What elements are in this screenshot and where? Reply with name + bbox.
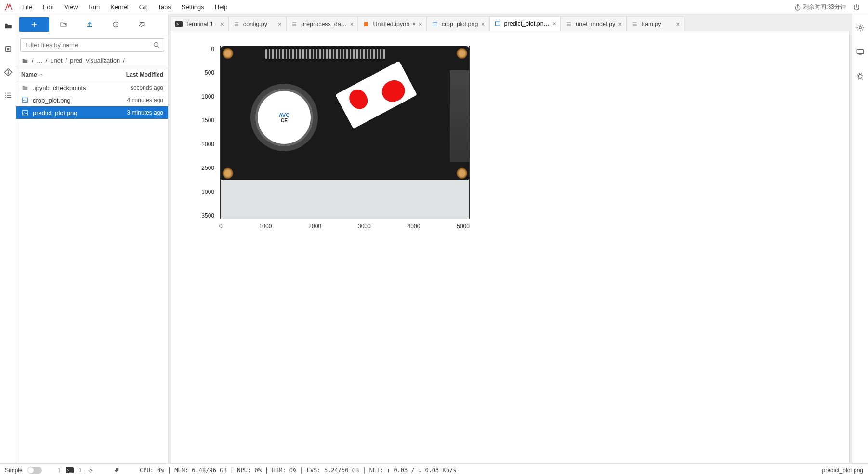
fan-brand: AVC bbox=[279, 112, 289, 118]
file-name: predict_plot.png bbox=[30, 109, 105, 116]
breadcrumb-root[interactable]: / bbox=[32, 57, 34, 64]
mode-label[interactable]: Simple bbox=[5, 467, 23, 474]
breadcrumb-seg-predvis[interactable]: pred_visualization bbox=[70, 57, 120, 64]
tab-unet-model[interactable]: unet_model.py × bbox=[561, 16, 626, 31]
running-kernels-icon[interactable] bbox=[3, 44, 13, 54]
tab-train[interactable]: train.py × bbox=[627, 16, 684, 31]
circuit-board: AVC CE bbox=[221, 46, 469, 180]
file-name: .ipynb_checkpoints bbox=[30, 84, 105, 91]
image-viewer[interactable]: 0 500 1000 1500 2000 2500 3000 3500 bbox=[171, 31, 850, 463]
breadcrumb-ellipsis[interactable]: … bbox=[37, 57, 43, 64]
image-file-icon bbox=[494, 20, 501, 27]
git-icon[interactable] bbox=[3, 67, 13, 77]
file-row-image-selected[interactable]: predict_plot.png 3 minutes ago bbox=[16, 106, 168, 119]
svg-rect-9 bbox=[433, 22, 437, 26]
close-icon[interactable]: × bbox=[350, 20, 354, 28]
svg-point-3 bbox=[7, 70, 9, 72]
dirty-close-icon[interactable]: • bbox=[412, 22, 415, 26]
menu-git[interactable]: Git bbox=[134, 1, 152, 13]
menu-kernel[interactable]: Kernel bbox=[105, 1, 133, 13]
tab-terminal[interactable]: >_ Terminal 1 × bbox=[171, 16, 228, 31]
plot-image: AVC CE bbox=[220, 46, 470, 219]
menu-edit[interactable]: Edit bbox=[38, 1, 58, 13]
svg-rect-2 bbox=[7, 48, 9, 51]
debugger-icon[interactable] bbox=[855, 71, 865, 81]
notebook-icon bbox=[362, 20, 370, 28]
col-name-label[interactable]: Name bbox=[21, 71, 37, 78]
svg-point-4 bbox=[7, 73, 9, 75]
file-toolbar bbox=[16, 14, 168, 35]
menu-file[interactable]: File bbox=[17, 1, 37, 13]
notebook-count[interactable]: 1 bbox=[57, 467, 61, 474]
prediction-blob bbox=[378, 77, 408, 106]
terminal-icon: >_ bbox=[175, 20, 183, 28]
cooling-fan: AVC CE bbox=[250, 84, 318, 151]
new-folder-button[interactable] bbox=[52, 17, 75, 32]
tab-bar: >_ Terminal 1 × config.py × preprocess_d… bbox=[171, 16, 850, 31]
close-icon[interactable]: × bbox=[676, 20, 680, 28]
file-modified: 4 minutes ago bbox=[105, 97, 163, 103]
menu-settings[interactable]: Settings bbox=[177, 1, 209, 13]
prediction-overlay-sticker bbox=[335, 61, 417, 129]
menu-tabs[interactable]: Tabs bbox=[153, 1, 175, 13]
image-file-icon bbox=[21, 109, 30, 116]
tab-crop-plot[interactable]: crop_plot.png × bbox=[427, 16, 489, 31]
file-name: crop_plot.png bbox=[30, 97, 105, 104]
sessions-icon[interactable] bbox=[855, 47, 865, 57]
toc-icon[interactable] bbox=[3, 90, 13, 100]
simple-mode-toggle[interactable] bbox=[27, 467, 42, 474]
close-icon[interactable]: × bbox=[481, 20, 485, 28]
power-button[interactable] bbox=[853, 3, 864, 11]
python-file-icon bbox=[565, 20, 573, 28]
breadcrumb[interactable]: / … / unet / pred_visualization / bbox=[16, 55, 168, 68]
file-modified: 3 minutes ago bbox=[105, 109, 163, 116]
screw-icon bbox=[223, 168, 233, 179]
file-list-header[interactable]: Name Last Modified bbox=[16, 68, 168, 81]
status-bar: Simple 1 >_ 1 CPU: 0% | MEM: 6.48/96 GB … bbox=[0, 463, 868, 476]
file-row-image[interactable]: crop_plot.png 4 minutes ago bbox=[16, 94, 168, 106]
menu-run[interactable]: Run bbox=[83, 1, 105, 13]
time-remaining-text: 剩余时间:33分钟 bbox=[803, 3, 846, 11]
upload-button[interactable] bbox=[78, 17, 101, 32]
close-icon[interactable]: × bbox=[220, 20, 224, 28]
col-modified-label[interactable]: Last Modified bbox=[105, 71, 168, 78]
kernel-settings-icon[interactable] bbox=[87, 466, 94, 474]
tab-label: Untitled.ipynb bbox=[373, 21, 409, 27]
git-branch-icon[interactable] bbox=[113, 466, 120, 474]
prediction-blob bbox=[346, 87, 371, 113]
tab-untitled-notebook[interactable]: Untitled.ipynb • × bbox=[358, 16, 426, 31]
close-icon[interactable]: × bbox=[418, 20, 422, 28]
tab-predict-plot[interactable]: predict_plot.pn… × bbox=[489, 16, 561, 31]
resource-metrics: CPU: 0% | MEM: 6.48/96 GB | NPU: 0% | HB… bbox=[140, 467, 456, 474]
breadcrumb-seg-unet[interactable]: unet bbox=[50, 57, 62, 64]
menu-help[interactable]: Help bbox=[210, 1, 233, 13]
stopwatch-icon bbox=[794, 4, 801, 11]
close-icon[interactable]: × bbox=[552, 20, 556, 27]
file-modified: seconds ago bbox=[105, 84, 163, 91]
menu-bar: File Edit View Run Kernel Git Tabs Setti… bbox=[0, 0, 868, 14]
screw-icon bbox=[457, 48, 467, 59]
filter-files-input[interactable] bbox=[20, 38, 164, 52]
new-launcher-button[interactable] bbox=[19, 17, 49, 32]
terminal-count[interactable]: 1 bbox=[79, 467, 82, 474]
python-file-icon bbox=[290, 20, 298, 28]
tab-config[interactable]: config.py × bbox=[228, 16, 286, 31]
property-inspector-icon[interactable] bbox=[855, 23, 865, 33]
file-row-folder[interactable]: .ipynb_checkpoints seconds ago bbox=[16, 81, 168, 94]
screw-icon bbox=[457, 168, 467, 179]
git-pull-button[interactable] bbox=[130, 17, 153, 32]
close-icon[interactable]: × bbox=[618, 20, 622, 28]
time-remaining: 剩余时间:33分钟 bbox=[794, 3, 846, 11]
prediction-plot: 0 500 1000 1500 2000 2500 3000 3500 bbox=[190, 46, 470, 219]
folder-icon[interactable] bbox=[3, 21, 13, 31]
close-icon[interactable]: × bbox=[278, 20, 282, 28]
right-sidebar bbox=[852, 14, 868, 463]
svg-rect-12 bbox=[857, 50, 864, 54]
menu-view[interactable]: View bbox=[59, 1, 82, 13]
tab-label: crop_plot.png bbox=[442, 21, 478, 27]
refresh-button[interactable] bbox=[104, 17, 127, 32]
tab-preprocess[interactable]: preprocess_da… × bbox=[286, 16, 358, 31]
svg-rect-7 bbox=[23, 110, 28, 115]
svg-point-13 bbox=[858, 74, 862, 78]
document-area: >_ Terminal 1 × config.py × preprocess_d… bbox=[169, 14, 852, 463]
